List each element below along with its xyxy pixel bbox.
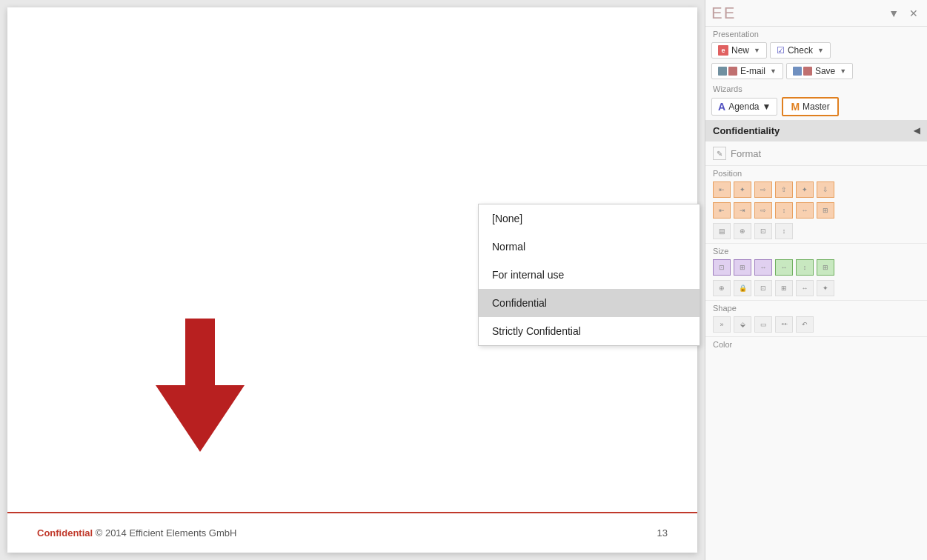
pos-icon-12[interactable]: ⊞: [817, 202, 834, 219]
pos-icon-15[interactable]: ⊡: [754, 223, 772, 239]
agenda-dropdown-arrow: ▼: [762, 101, 771, 112]
size-row-2: ⊕ 🔒 ⊡ ⊞ ↔ ✦: [705, 278, 927, 299]
pos-icon-7[interactable]: ⇤: [713, 202, 731, 219]
pos-icon-10[interactable]: ↕: [775, 202, 793, 219]
shape-icon-1[interactable]: »: [713, 316, 731, 333]
save-icon: [793, 67, 802, 76]
size-icon-8[interactable]: 🔒: [734, 280, 751, 296]
size-label: Size: [705, 243, 927, 257]
pos-icon-3[interactable]: ⇨: [754, 181, 772, 198]
pos-icon-1[interactable]: ⇤: [713, 181, 731, 198]
format-icon: ✎: [713, 147, 726, 160]
shape-icon-2[interactable]: ⬙: [734, 316, 751, 333]
check-button[interactable]: ☑ Check ▼: [770, 42, 831, 59]
email-button[interactable]: E-mail ▼: [711, 63, 783, 79]
position-row-2: ⇤ ⇥ ⇨ ↕ ↔ ⊞: [705, 200, 927, 221]
size-icon-5[interactable]: ↕: [796, 259, 814, 276]
presentation-label: Presentation: [705, 27, 927, 40]
slide-canvas: [None] Normal For internal use Confident…: [7, 7, 697, 553]
footer-page-number: 13: [657, 527, 668, 539]
dropdown-item-strictly[interactable]: Strictly Confidential: [479, 317, 700, 345]
size-icon-3[interactable]: ↔: [754, 259, 772, 276]
new-dropdown-arrow: ▼: [754, 47, 760, 54]
ee-logo: EE: [711, 4, 736, 23]
email-icon2: [728, 67, 737, 76]
shape-label: Shape: [705, 300, 927, 314]
svg-marker-0: [156, 319, 245, 452]
new-button[interactable]: e New ▼: [711, 42, 767, 59]
dropdown-item-none[interactable]: [None]: [479, 204, 700, 233]
panel-header: EE ▼ ✕: [705, 0, 927, 27]
save-icon-group: [793, 67, 812, 76]
size-icon-7[interactable]: ⊕: [713, 280, 731, 296]
save-dropdown-arrow: ▼: [840, 67, 846, 75]
check-icon: ☑: [777, 45, 785, 56]
email-icon: [718, 67, 727, 76]
pos-icon-16[interactable]: ↕: [775, 223, 793, 239]
master-icon: M: [791, 101, 800, 113]
footer-text: Confidential © 2014 Efficient Elements G…: [37, 527, 236, 539]
pos-icon-8[interactable]: ⇥: [734, 202, 751, 219]
size-icon-9[interactable]: ⊡: [754, 280, 772, 296]
toolbar-row-1: e New ▼ ☑ Check ▼: [705, 40, 927, 61]
dropdown-item-confidential[interactable]: Confidential: [479, 289, 700, 317]
shape-row-1: » ⬙ ▭ ⬵ ↶: [705, 314, 927, 335]
slide-area: [None] Normal For internal use Confident…: [0, 0, 705, 560]
shape-icon-4[interactable]: ⬵: [775, 316, 793, 333]
pos-icon-2[interactable]: ✦: [734, 181, 751, 198]
dropdown-item-internal[interactable]: For internal use: [479, 261, 700, 289]
format-label[interactable]: Format: [731, 148, 761, 159]
format-row: ✎ Format: [705, 143, 927, 164]
close-button[interactable]: ✕: [906, 6, 921, 21]
size-icon-4[interactable]: ↔: [775, 259, 793, 276]
size-icon-1[interactable]: ⊡: [713, 259, 731, 276]
agenda-icon: A: [718, 101, 725, 113]
size-icon-12[interactable]: ✦: [817, 280, 834, 296]
wizards-label: Wizards: [705, 81, 927, 95]
email-dropdown-arrow: ▼: [770, 67, 777, 75]
pos-icon-6[interactable]: ⇩: [817, 181, 834, 198]
footer-copyright: © 2014 Efficient Elements GmbH: [93, 527, 236, 539]
size-row-1: ⊡ ⊞ ↔ ↔ ↕ ⊞: [705, 257, 927, 278]
save-icon2: [803, 67, 812, 76]
pos-icon-11[interactable]: ↔: [796, 202, 814, 219]
agenda-button[interactable]: A Agenda ▼: [711, 98, 777, 116]
pos-icon-14[interactable]: ⊕: [734, 223, 751, 239]
confidentiality-dropdown[interactable]: [None] Normal For internal use Confident…: [478, 204, 700, 346]
pos-icon-4[interactable]: ⇧: [775, 181, 793, 198]
size-icon-6[interactable]: ⊞: [817, 259, 834, 276]
right-panel: EE ▼ ✕ Presentation e New ▼ ☑ Check ▼ E-…: [705, 0, 927, 560]
position-row-1: ⇤ ✦ ⇨ ⇧ ✦ ⇩: [705, 179, 927, 200]
confidentiality-bar[interactable]: Confidentiality ◀: [705, 120, 927, 141]
slide-footer: Confidential © 2014 Efficient Elements G…: [7, 512, 697, 553]
panel-controls: ▼ ✕: [886, 6, 921, 21]
pos-icon-13[interactable]: ▤: [713, 223, 731, 239]
new-icon: e: [718, 45, 728, 56]
toolbar-row-2: E-mail ▼ Save ▼: [705, 61, 927, 81]
size-icon-2[interactable]: ⊞: [734, 259, 751, 276]
size-icon-11[interactable]: ↔: [796, 280, 814, 296]
minimize-button[interactable]: ▼: [886, 6, 902, 21]
master-button[interactable]: M Master: [782, 97, 838, 116]
color-label: Color: [705, 336, 927, 350]
save-button[interactable]: Save ▼: [786, 63, 853, 79]
position-label: Position: [705, 165, 927, 179]
pos-icon-5[interactable]: ✦: [796, 181, 814, 198]
email-icon-group: [718, 67, 737, 76]
position-row-3: ▤ ⊕ ⊡ ↕: [705, 221, 927, 241]
shape-icon-3[interactable]: ▭: [754, 316, 772, 333]
confidentiality-arrow-icon: ◀: [914, 126, 920, 136]
footer-confidential-label: Confidential: [37, 527, 93, 539]
wizards-row: A Agenda ▼ M Master: [705, 95, 927, 119]
check-dropdown-arrow: ▼: [817, 47, 824, 54]
pos-icon-9[interactable]: ⇨: [754, 202, 772, 219]
slide-arrow-graphic: [156, 319, 245, 454]
size-icon-10[interactable]: ⊞: [775, 280, 793, 296]
dropdown-item-normal[interactable]: Normal: [479, 233, 700, 261]
shape-icon-5[interactable]: ↶: [796, 316, 814, 333]
